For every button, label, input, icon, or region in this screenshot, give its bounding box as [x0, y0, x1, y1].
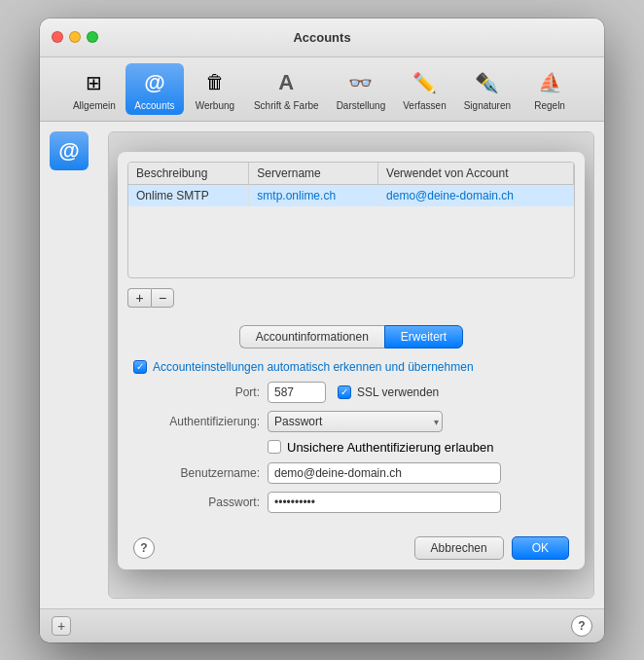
- col-header-server: Servername: [249, 163, 378, 185]
- cancel-button[interactable]: Abbrechen: [414, 536, 504, 560]
- port-row: Port: ✓ SSL verwenden: [133, 378, 569, 407]
- dialog-footer: ? Abbrechen OK: [118, 527, 585, 569]
- werbung-icon: 🗑: [199, 67, 231, 98]
- auth-select-wrapper: Passwort MD5 NTLM OAuth2 ▾: [268, 411, 443, 432]
- auth-select[interactable]: Passwort MD5 NTLM OAuth2: [268, 411, 443, 432]
- titlebar: Accounts: [40, 18, 604, 57]
- auth-row: Authentifizierung: Passwort MD5 NTLM OAu…: [133, 407, 569, 436]
- tab-erweitert[interactable]: Erweitert: [384, 325, 463, 348]
- toolbar-label-accounts: Accounts: [134, 100, 174, 111]
- traffic-lights: [52, 31, 98, 43]
- auth-label: Authentifizierung:: [133, 415, 260, 428]
- table-row[interactable]: Onlime SMTP smtp.onlime.ch demo@deine-do…: [128, 184, 574, 206]
- toolbar-item-regeln[interactable]: ⛵ Regeln: [520, 63, 579, 115]
- dialog: Beschreibung Servername Verwendet von Ac…: [118, 152, 585, 569]
- toolbar-label-darstellung: Darstellung: [337, 100, 386, 111]
- toolbar-item-signaturen[interactable]: ✒️ Signaturen: [456, 63, 519, 115]
- toolbar-item-werbung[interactable]: 🗑 Werbung: [186, 63, 244, 115]
- cell-server: smtp.onlime.ch: [249, 184, 378, 206]
- toolbar-label-regeln: Regeln: [534, 100, 565, 111]
- toolbar-item-darstellung[interactable]: 👓 Darstellung: [329, 63, 394, 115]
- help-button-footer[interactable]: ?: [571, 615, 592, 637]
- tab-accountinfo[interactable]: Accountinformationen: [239, 325, 384, 348]
- cell-description: Onlime SMTP: [128, 184, 249, 206]
- schrift-icon: A: [270, 67, 302, 98]
- col-header-description: Beschreibung: [128, 163, 249, 185]
- password-label: Passwort:: [133, 495, 260, 509]
- signaturen-icon: ✒️: [472, 67, 503, 98]
- window-content: @ Beschreibung Servername Verwendet vo: [40, 122, 604, 608]
- password-row: Passwort:: [133, 488, 569, 517]
- close-button[interactable]: [52, 31, 63, 43]
- unsafe-auth-row: Unsichere Authentifizierung erlauben: [133, 436, 569, 458]
- ssl-label: SSL verwenden: [357, 385, 439, 399]
- remove-account-button[interactable]: −: [151, 288, 174, 308]
- toolbar-item-accounts[interactable]: @ Accounts: [125, 63, 184, 115]
- ssl-checkbox[interactable]: ✓: [338, 385, 351, 399]
- port-label: Port:: [133, 385, 260, 399]
- unsafe-auth-label: Unsichere Authentifizierung erlauben: [287, 440, 493, 455]
- col-header-account: Verwendet von Account: [378, 163, 574, 185]
- toolbar-item-verfassen[interactable]: ✏️ Verfassen: [395, 63, 453, 115]
- toolbar-label-schrift: Schrift & Farbe: [254, 100, 319, 111]
- unsafe-auth-group: Unsichere Authentifizierung erlauben: [268, 440, 493, 455]
- maximize-button[interactable]: [87, 31, 98, 43]
- auto-detect-label: Accounteinstellungen automatisch erkenne…: [153, 360, 474, 374]
- username-label: Benutzername:: [133, 466, 260, 480]
- cell-account: demo@deine-domain.ch: [378, 184, 574, 206]
- sidebar-account[interactable]: @: [50, 131, 89, 170]
- window-footer: + ?: [40, 608, 604, 642]
- add-button-footer[interactable]: +: [52, 616, 71, 636]
- auto-detect-checkbox[interactable]: ✓: [133, 360, 147, 374]
- ssl-row: ✓ SSL verwenden: [338, 385, 439, 399]
- toolbar-label-allgemein: Allgemein: [73, 100, 116, 111]
- toolbar-label-verfassen: Verfassen: [403, 100, 446, 111]
- window-title: Accounts: [293, 30, 350, 45]
- toolbar-item-allgemein[interactable]: ⊞ Allgemein: [65, 63, 124, 115]
- username-row: Benutzername:: [133, 458, 569, 488]
- accounts-icon: @: [139, 67, 170, 98]
- help-button[interactable]: ?: [133, 537, 155, 559]
- verfassen-icon: ✏️: [409, 67, 440, 98]
- footer-buttons: Abbrechen OK: [414, 536, 569, 560]
- auto-detect-row: ✓ Accounteinstellungen automatisch erken…: [133, 356, 569, 378]
- password-input[interactable]: [268, 492, 501, 513]
- sidebar: @: [50, 131, 98, 599]
- dialog-body: ✓ Accounteinstellungen automatisch erken…: [118, 356, 585, 527]
- tab-bar: Accountinformationen Erweitert: [118, 317, 585, 356]
- username-input[interactable]: [268, 462, 501, 484]
- darstellung-icon: 👓: [345, 67, 376, 98]
- accounts-table: Beschreibung Servername Verwendet von Ac…: [128, 163, 574, 206]
- add-account-button[interactable]: +: [127, 288, 151, 308]
- main-panel: Beschreibung Servername Verwendet von Ac…: [108, 131, 594, 599]
- toolbar-item-schrift[interactable]: A Schrift & Farbe: [246, 63, 327, 115]
- minimize-button[interactable]: [69, 31, 81, 43]
- general-icon: ⊞: [79, 67, 110, 98]
- toolbar-label-werbung: Werbung: [196, 100, 234, 111]
- unsafe-auth-checkbox[interactable]: [268, 440, 281, 454]
- accounts-table-container: Beschreibung Servername Verwendet von Ac…: [127, 162, 575, 278]
- dialog-overlay: Beschreibung Servername Verwendet von Ac…: [109, 132, 593, 598]
- ok-button[interactable]: OK: [512, 536, 569, 560]
- toolbar-label-signaturen: Signaturen: [464, 100, 511, 111]
- main-window: Accounts ⊞ Allgemein @ Accounts 🗑 Werbun…: [40, 18, 604, 642]
- toolbar: ⊞ Allgemein @ Accounts 🗑 Werbung A Schri…: [40, 57, 604, 122]
- port-input[interactable]: [268, 382, 326, 403]
- table-toolbar: + −: [118, 288, 585, 317]
- regeln-icon: ⛵: [534, 67, 565, 98]
